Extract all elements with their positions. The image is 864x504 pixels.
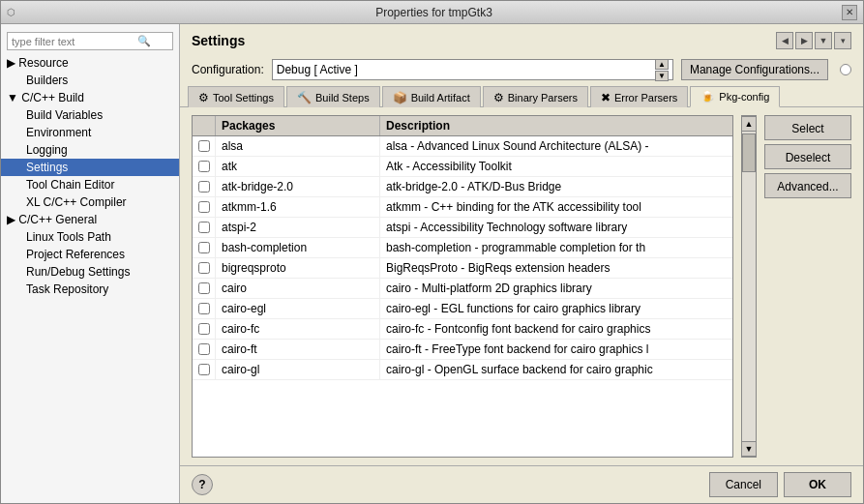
help-button[interactable]: ? [192, 474, 213, 495]
row-checkbox-2[interactable] [193, 177, 216, 196]
row-package-7: cairo [216, 279, 380, 298]
row-description-10: cairo-ft - FreeType font backend for cai… [380, 340, 732, 359]
tab-icon-pkg-config: 🍺 [700, 90, 715, 104]
dialog-buttons: Cancel OK [709, 472, 851, 497]
tab-build-artifact[interactable]: 📦Build Artifact [382, 86, 481, 107]
deselect-button[interactable]: Deselect [764, 144, 851, 169]
scrollbar[interactable]: ▲ ▼ [741, 115, 757, 458]
title-bar: ⬡ Properties for tmpGtk3 ✕ [1, 1, 863, 24]
radio-indicator [840, 64, 851, 75]
sidebar: 🔍 ▶ ResourceBuilders▼ C/C++ BuildBuild V… [1, 24, 180, 503]
tab-build-steps[interactable]: 🔨Build Steps [286, 86, 380, 107]
sidebar-item-project-references[interactable]: Project References [1, 246, 179, 263]
close-button[interactable]: ✕ [842, 5, 857, 20]
sidebar-item-label: ▶ Resource [7, 56, 69, 70]
table-row: cairo cairo - Multi-platform 2D graphics… [193, 279, 732, 299]
nav-down-button[interactable]: ▼ [815, 32, 832, 49]
dropdown-up-arrow[interactable]: ▲ [655, 59, 669, 70]
sidebar-item-label: XL C/C++ Compiler [7, 195, 127, 209]
checkbox-0[interactable] [198, 140, 210, 152]
manage-configurations-button[interactable]: Manage Configurations... [681, 59, 828, 80]
ok-button[interactable]: OK [784, 472, 851, 497]
nav-menu-button[interactable]: ▾ [834, 32, 851, 49]
sidebar-item-label: Build Variables [7, 108, 103, 122]
tab-binary-parsers[interactable]: ⚙Binary Parsers [483, 86, 588, 107]
tab-pkg-config[interactable]: 🍺Pkg-config [690, 86, 780, 107]
sidebar-item-logging[interactable]: Logging [1, 141, 179, 159]
sidebar-item-build-variables[interactable]: Build Variables [1, 106, 179, 124]
row-checkbox-0[interactable] [193, 136, 216, 156]
sidebar-item-environment[interactable]: Environment [1, 124, 179, 141]
filter-input[interactable] [12, 36, 137, 47]
row-checkbox-6[interactable] [193, 258, 216, 278]
row-checkbox-1[interactable] [193, 157, 216, 176]
config-label: Configuration: [192, 63, 264, 76]
table-row: bigreqsproto BigReqsProto - BigReqs exte… [193, 258, 732, 279]
config-arrows[interactable]: ▲ ▼ [655, 59, 669, 81]
checkbox-7[interactable] [198, 282, 210, 294]
checkbox-3[interactable] [198, 201, 210, 213]
sidebar-item-settings[interactable]: Settings [1, 159, 179, 176]
row-checkbox-4[interactable] [193, 218, 216, 237]
row-checkbox-7[interactable] [193, 279, 216, 298]
sidebar-item-linux-tools-path[interactable]: Linux Tools Path [1, 228, 179, 246]
filter-box[interactable]: 🔍 [7, 32, 173, 50]
sidebar-item-run-debug-settings[interactable]: Run/Debug Settings [1, 263, 179, 281]
advanced-button[interactable]: Advanced... [764, 173, 851, 198]
tabs-bar: ⚙Tool Settings🔨Build Steps📦Build Artifac… [180, 86, 863, 107]
sidebar-item-cpp-general[interactable]: ▶ C/C++ General [1, 211, 179, 228]
config-dropdown[interactable]: Debug [ Active ] ▲ ▼ [272, 59, 673, 80]
tab-error-parsers[interactable]: ✖Error Parsers [590, 86, 688, 107]
row-checkbox-9[interactable] [193, 319, 216, 339]
sidebar-item-label: Environment [7, 126, 91, 139]
row-package-10: cairo-ft [216, 340, 380, 359]
row-description-11: cairo-gl - OpenGL surface backend for ca… [380, 360, 732, 379]
sidebar-item-cpp-build[interactable]: ▼ C/C++ Build [1, 89, 179, 106]
checkbox-6[interactable] [198, 262, 210, 274]
window-icon: ⬡ [7, 7, 26, 17]
dropdown-down-arrow[interactable]: ▼ [655, 71, 669, 81]
tab-tool-settings[interactable]: ⚙Tool Settings [188, 86, 284, 107]
header-description-col: Description [380, 116, 732, 135]
row-package-3: atkmm-1.6 [216, 197, 380, 217]
header-check-col [193, 116, 216, 135]
checkbox-11[interactable] [198, 364, 210, 375]
select-button[interactable]: Select [764, 115, 851, 140]
row-package-11: cairo-gl [216, 360, 380, 379]
sidebar-item-task-repository[interactable]: Task Repository [1, 281, 179, 298]
checkbox-10[interactable] [198, 343, 210, 355]
checkbox-1[interactable] [198, 161, 210, 172]
row-checkbox-11[interactable] [193, 360, 216, 379]
sidebar-item-xl-cpp-compiler[interactable]: XL C/C++ Compiler [1, 193, 179, 211]
scrollbar-up-arrow[interactable]: ▲ [741, 116, 757, 132]
tab-label-error-parsers: Error Parsers [614, 92, 677, 104]
checkbox-5[interactable] [198, 242, 210, 253]
cancel-button[interactable]: Cancel [709, 472, 778, 497]
checkbox-2[interactable] [198, 181, 210, 193]
row-checkbox-3[interactable] [193, 197, 216, 217]
scrollbar-thumb[interactable] [742, 133, 756, 172]
sidebar-item-tool-chain-editor[interactable]: Tool Chain Editor [1, 176, 179, 193]
tab-icon-error-parsers: ✖ [601, 91, 611, 104]
sidebar-item-label: Task Repository [7, 282, 108, 296]
scrollbar-down-arrow[interactable]: ▼ [741, 441, 757, 457]
sidebar-item-label: Run/Debug Settings [7, 265, 130, 279]
checkbox-4[interactable] [198, 222, 210, 233]
row-package-2: atk-bridge-2.0 [216, 177, 380, 196]
row-description-0: alsa - Advanced Linux Sound Architecture… [380, 136, 732, 156]
row-checkbox-8[interactable] [193, 299, 216, 318]
row-package-5: bash-completion [216, 238, 380, 257]
table-body: alsa alsa - Advanced Linux Sound Archite… [193, 136, 732, 457]
row-checkbox-5[interactable] [193, 238, 216, 257]
table-row: atk-bridge-2.0 atk-bridge-2.0 - ATK/D-Bu… [193, 177, 732, 197]
sidebar-item-builders[interactable]: Builders [1, 72, 179, 89]
row-package-0: alsa [216, 136, 380, 156]
nav-back-button[interactable]: ◀ [776, 32, 793, 49]
row-package-6: bigreqsproto [216, 258, 380, 278]
panel-header: Settings ◀ ▶ ▼ ▾ [180, 24, 863, 53]
nav-forward-button[interactable]: ▶ [795, 32, 813, 49]
checkbox-9[interactable] [198, 323, 210, 335]
checkbox-8[interactable] [198, 303, 210, 314]
sidebar-item-resource[interactable]: ▶ Resource [1, 54, 179, 72]
row-checkbox-10[interactable] [193, 340, 216, 359]
